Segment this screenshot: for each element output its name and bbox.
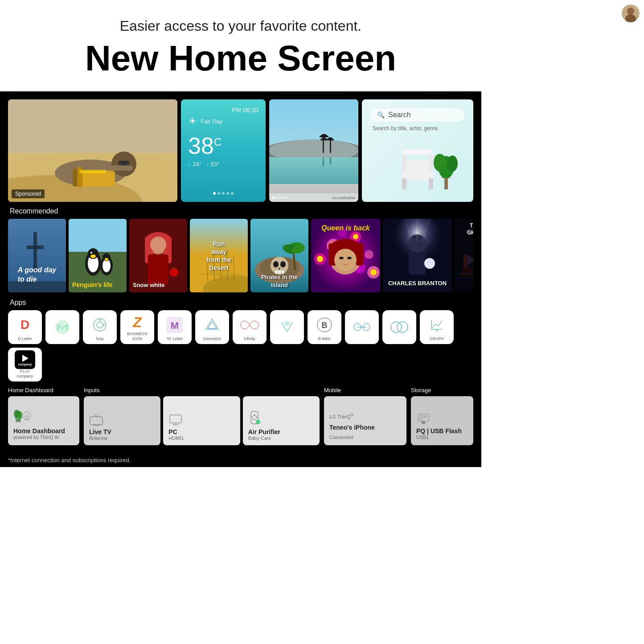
header-subtitle: Easier access to your favorite content.: [27, 18, 455, 34]
svg-rect-26: [402, 160, 433, 180]
storage-name: PQ | USB Flash: [416, 427, 468, 435]
weather-condition: Fair Day: [201, 118, 222, 125]
rec-card-8[interactable]: THE DARKGHOST SHIP: [455, 219, 473, 292]
mobile-section: Mobile LG ThinQ® Teneo's iPhone Connecte…: [324, 387, 406, 445]
input-live-tv[interactable]: Live TV Antenna: [84, 396, 160, 445]
business-z-icon: Z: [133, 314, 142, 331]
svg-rect-11: [111, 165, 133, 171]
usb-flash-icon: [416, 412, 431, 425]
m-green-icon: [54, 319, 70, 335]
weather-time: PM 06:30: [188, 107, 258, 114]
rec-card-2[interactable]: Penguin's life: [69, 219, 127, 292]
home-dashboard-label: Home Dashboard: [8, 387, 79, 394]
svg-point-46: [105, 258, 108, 261]
input-pc[interactable]: PC HDMI1: [163, 396, 240, 445]
app-graph-label: GRAPH: [430, 336, 444, 341]
input-air-purifier[interactable]: Air Purifier Baby Care: [243, 396, 320, 445]
app-geometric[interactable]: Geometric: [195, 310, 229, 344]
storage-card[interactable]: PQ | USB Flash USB1: [411, 396, 473, 445]
card-7-text: CHARLES BRANTON: [388, 280, 447, 287]
search-icon: 🔍: [377, 111, 385, 119]
mobile-card[interactable]: LG ThinQ® Teneo's iPhone Connected: [324, 396, 406, 445]
inputs-section: Inputs Live TV Antenna: [84, 387, 320, 445]
rec-card-5[interactable]: Pirates in theIsland: [250, 219, 308, 292]
app-infinity-label: infinity: [244, 336, 255, 341]
search-widget[interactable]: 🔍 Search Search by title, actor, genre.: [362, 99, 473, 202]
svg-point-89: [317, 256, 323, 262]
app-rings[interactable]: [382, 310, 416, 344]
search-furniture-area: [371, 131, 464, 194]
air-purifier-name: Air Purifier: [248, 428, 314, 435]
rec-card-1[interactable]: A good dayto die: [8, 219, 66, 292]
home-dashboard-sub: powered by ThinQ AI: [13, 435, 74, 440]
top-section: Easier access to your favorite content. …: [0, 0, 481, 91]
svg-point-132: [397, 322, 408, 332]
app-m-letter-label: 'M' Letter: [167, 336, 183, 341]
svg-rect-142: [93, 425, 100, 426]
app-v[interactable]: [270, 310, 304, 344]
card-1-text: A good dayto die: [18, 266, 57, 284]
svg-rect-34: [27, 246, 44, 249]
app-graph[interactable]: ✓ GRAPH: [420, 310, 454, 344]
disclaimer-bar: *Internet connection and subscriptions r…: [0, 453, 481, 467]
dot-4: [226, 192, 229, 195]
svg-point-120: [97, 322, 103, 328]
chain-icon: [353, 320, 371, 334]
app-loop[interactable]: loop: [83, 310, 117, 344]
app-infinity[interactable]: infinity: [233, 310, 267, 344]
svg-rect-12: [79, 170, 106, 173]
s-dot-5: [286, 197, 288, 199]
svg-marker-123: [206, 319, 218, 329]
svg-point-74: [280, 261, 286, 267]
svg-point-100: [347, 257, 352, 259]
s-dot-4: [283, 197, 285, 199]
svg-rect-27: [402, 178, 406, 189]
storage-label: Storage: [411, 387, 473, 394]
svg-rect-104: [409, 252, 426, 275]
dot-3: [222, 192, 225, 195]
svg-rect-18: [330, 140, 331, 153]
svg-text:✓: ✓: [435, 329, 439, 333]
rec-card-7[interactable]: CHARLES BRANTON: [383, 219, 452, 292]
app-d-label: D Letter: [18, 336, 32, 341]
app-d-letter[interactable]: D D Letter: [8, 310, 42, 344]
app-b-letter[interactable]: B B letter: [308, 310, 341, 344]
slideshow-widget[interactable]: AccuWeather: [269, 99, 358, 202]
rec-card-6[interactable]: Queen is back: [311, 219, 380, 292]
weather-widget[interactable]: PM 06:30 ☀ Fair Day 38C ↓ 24° ↑ 53°: [181, 99, 266, 202]
svg-text:B: B: [322, 321, 328, 330]
weather-dots: [188, 192, 258, 195]
app-m-letter[interactable]: M 'M' Letter: [158, 310, 192, 344]
live-tv-icon: [89, 413, 103, 426]
app-play-label: PLAYcompany: [17, 369, 33, 379]
dot-5: [231, 192, 234, 195]
search-bar[interactable]: 🔍 Search: [371, 108, 464, 122]
home-dashboard-section: Home Dashboard Home Dashboard powered by…: [8, 387, 79, 445]
recommended-label: Recommended: [10, 207, 472, 215]
app-chain[interactable]: [345, 310, 379, 344]
svg-rect-28: [429, 178, 433, 189]
storage-section: Storage PQ | USB Flash USB1: [411, 387, 473, 445]
sun-icon: ☀: [188, 115, 197, 127]
pc-sub: HDMI1: [168, 435, 234, 441]
home-dashboard-card[interactable]: Home Dashboard powered by ThinQ AI: [8, 396, 79, 445]
rec-card-4[interactable]: Run awayfrom theDesert: [190, 219, 248, 292]
rings-icon: [390, 320, 409, 334]
featured-widget[interactable]: Sponsored: [8, 99, 177, 202]
svg-point-147: [252, 415, 257, 420]
card-3-text: Snow white: [133, 282, 165, 288]
app-business-icon[interactable]: Z BUSINESS ICON: [120, 310, 154, 344]
svg-rect-156: [422, 421, 425, 424]
card-4-text: Run awayfrom theDesert: [205, 239, 234, 272]
svg-point-139: [23, 412, 31, 420]
sponsored-badge: Sponsored: [12, 189, 45, 198]
app-play[interactable]: company PLAYcompany: [8, 348, 42, 381]
home-dashboard-icon: [13, 407, 31, 425]
storage-sub: USB1: [416, 435, 468, 440]
app-b-label: B letter: [318, 336, 331, 341]
rec-card-3[interactable]: Snow white: [129, 219, 187, 292]
svg-point-73: [273, 261, 279, 267]
apps-row: D D Letter loop: [8, 310, 473, 381]
app-m-green[interactable]: [45, 310, 79, 344]
svg-point-86: [353, 234, 358, 239]
